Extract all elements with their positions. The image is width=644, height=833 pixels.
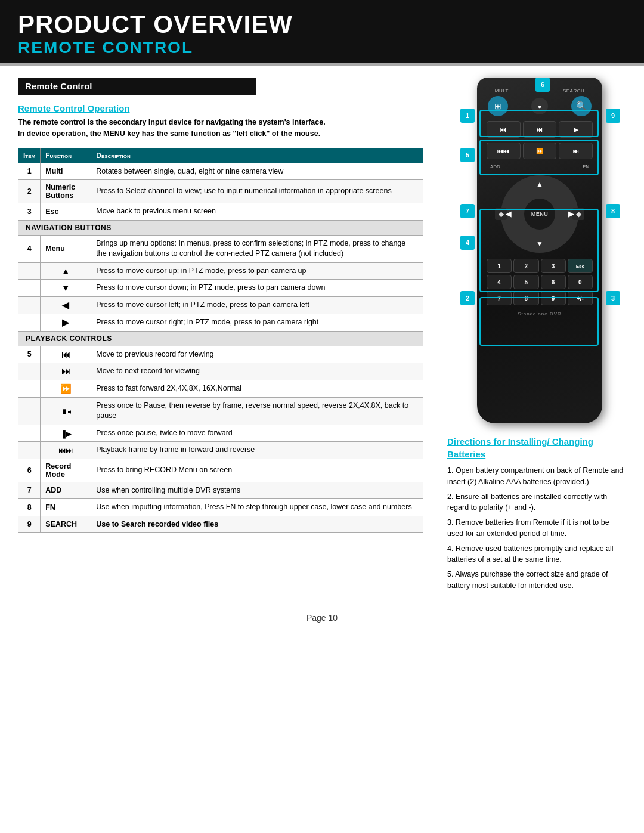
main-content: Remote Control Remote Control Operation … xyxy=(0,66,644,607)
description-cell: Use when imputting information, Press FN… xyxy=(91,499,423,516)
add-label: ADD xyxy=(490,164,500,169)
function-cell: Numeric Buttons xyxy=(41,180,91,203)
num-8[interactable]: 8 xyxy=(513,291,538,305)
add-fn-labels: ADD FN xyxy=(484,164,595,169)
num-5[interactable]: 5 xyxy=(513,275,538,289)
item-cell xyxy=(18,425,41,442)
item-cell: 7 xyxy=(18,482,41,499)
function-cell: FN xyxy=(41,499,91,516)
item-cell: 8 xyxy=(18,499,41,516)
directions-item: 5. Always purchase the correct size and … xyxy=(447,569,626,592)
table-row: 1MultiRotates between single, quad, eigh… xyxy=(18,163,423,180)
directions-item: 1. Open battery compartment on back of R… xyxy=(447,465,626,488)
nav-left-arrow[interactable]: ◀ xyxy=(506,210,511,218)
item-cell: 2 xyxy=(18,180,41,203)
esc-btn[interactable]: Esc xyxy=(568,259,593,273)
table-row: 9SEARCHUse to Search recorded video file… xyxy=(18,516,423,533)
col-item: Item xyxy=(18,148,41,163)
num-7[interactable]: 7 xyxy=(487,291,512,305)
rc-operation-desc: The remote control is the secondary inpu… xyxy=(18,117,423,140)
section-header-cell: PLAYBACK CONTROLS xyxy=(18,331,423,346)
item-cell: 1 xyxy=(18,163,41,180)
directions-list: 1. Open battery compartment on back of R… xyxy=(447,465,626,592)
description-cell: Press once to Pause, then reverse by fra… xyxy=(91,397,423,425)
nav-right-arrow[interactable]: ▶ xyxy=(568,210,574,218)
search-button[interactable]: 🔍 xyxy=(571,96,592,116)
table-row: 3EscMove back to previous menu screen xyxy=(18,203,423,221)
function-cell: ⏸◀ xyxy=(41,397,91,425)
description-cell: Move to next record for viewing xyxy=(91,363,423,380)
item-cell xyxy=(18,442,41,459)
dot-button[interactable]: ● xyxy=(531,98,548,114)
num-2[interactable]: 2 xyxy=(513,259,538,273)
function-cell: Menu xyxy=(41,235,91,262)
nav-down-arrow[interactable]: ▼ xyxy=(536,240,543,248)
directions-item: 2. Ensure all batteries are installed co… xyxy=(447,491,626,514)
description-cell: Move back to previous menu screen xyxy=(91,203,423,221)
item-cell xyxy=(18,314,41,331)
nav-diamond-left[interactable]: ◆ xyxy=(495,208,507,220)
multi-label: MULT xyxy=(495,88,509,94)
num-0[interactable]: 0 xyxy=(568,275,593,289)
table-row: 4MenuBrings up menu options: In menus, p… xyxy=(18,235,423,262)
table-row: ▶Press to move cursor right; in PTZ mode… xyxy=(18,314,423,331)
badge-8: 8 xyxy=(606,204,620,218)
menu-button[interactable]: MENU xyxy=(524,199,555,230)
directions-item: 3. Remove batteries from Remote if it is… xyxy=(447,517,626,540)
directions-item: 4. Remove used batteries promptly and re… xyxy=(447,543,626,566)
table-row: ⏮⏭Playback frame by frame in forward and… xyxy=(18,442,423,459)
description-cell: Press to bring RECORD Menu on screen xyxy=(91,459,423,482)
description-cell: Press to Select channel to view; use to … xyxy=(91,180,423,203)
description-cell: Use to Search recorded video files xyxy=(91,516,423,533)
page-subtitle: REMOTE CONTROL xyxy=(18,38,626,57)
badge-4: 4 xyxy=(460,236,475,250)
description-cell: Press to move cursor down; in PTZ mode, … xyxy=(91,280,423,297)
item-cell: 6 xyxy=(18,459,41,482)
num-6[interactable]: 6 xyxy=(541,275,566,289)
table-row: ⏭Move to next record for viewing xyxy=(18,363,423,380)
fwd2-btn[interactable]: ⏩ xyxy=(523,143,557,159)
num-9[interactable]: 9 xyxy=(541,291,566,305)
table-row: 6Record ModePress to bring RECORD Menu o… xyxy=(18,459,423,482)
fn-label: FN xyxy=(583,164,589,169)
table-row: 8FNUse when imputting information, Press… xyxy=(18,499,423,516)
num-3[interactable]: 3 xyxy=(541,259,566,273)
nav-diamond-right[interactable]: ◆ xyxy=(572,208,584,220)
num-1[interactable]: 1 xyxy=(487,259,512,273)
function-cell: ▶ xyxy=(41,314,91,331)
ffwd-btn[interactable]: ⏭ xyxy=(523,121,557,138)
rew-btn[interactable]: ⏮⏮ xyxy=(487,143,521,159)
right-column: 6 1 9 5 7 8 4 2 3 MULT xyxy=(441,78,626,595)
num-4[interactable]: 4 xyxy=(487,275,512,289)
num-plusminus[interactable]: +/- xyxy=(568,291,593,305)
item-cell: 3 xyxy=(18,203,41,221)
section-label: Remote Control xyxy=(18,78,256,95)
table-row: PLAYBACK CONTROLS xyxy=(18,331,423,346)
next-btn[interactable]: ⏭ xyxy=(559,143,593,159)
play-btn[interactable]: ▶ xyxy=(559,121,593,138)
badge-5: 5 xyxy=(460,148,475,162)
description-cell: Press to move cursor left; in PTZ mode, … xyxy=(91,296,423,314)
directions-section: Directions for Installing/ Changing Batt… xyxy=(441,435,626,592)
description-cell: Use when controlling multiple DVR system… xyxy=(91,482,423,499)
item-cell xyxy=(18,363,41,380)
col-description: Description xyxy=(91,148,423,163)
item-cell xyxy=(18,280,41,297)
multi-button[interactable]: ⊞ xyxy=(488,96,508,116)
nav-up-arrow[interactable]: ▲ xyxy=(536,180,543,188)
remote-image-container: 6 1 9 5 7 8 4 2 3 MULT xyxy=(447,78,620,423)
function-cell: SEARCH xyxy=(41,516,91,533)
badge-7: 7 xyxy=(460,204,475,218)
item-cell xyxy=(18,296,41,314)
description-cell: Move to previous record for viewing xyxy=(91,346,423,363)
item-cell: 5 xyxy=(18,346,41,363)
table-row: 2Numeric ButtonsPress to Select channel … xyxy=(18,180,423,203)
function-cell: ⏮⏭ xyxy=(41,442,91,459)
standalone-label: Standalone DVR xyxy=(484,311,595,317)
playback-grid-1: ⏮ ⏭ ▶ xyxy=(487,121,593,138)
prev-btn[interactable]: ⏮ xyxy=(487,121,521,138)
table-row: NAVIGATION BUTTONS xyxy=(18,220,423,235)
description-cell: Playback frame by frame in forward and r… xyxy=(91,442,423,459)
description-cell: Press to fast forward 2X,4X,8X, 16X,Norm… xyxy=(91,380,423,397)
directions-title: Directions for Installing/ Changing Batt… xyxy=(447,435,626,460)
